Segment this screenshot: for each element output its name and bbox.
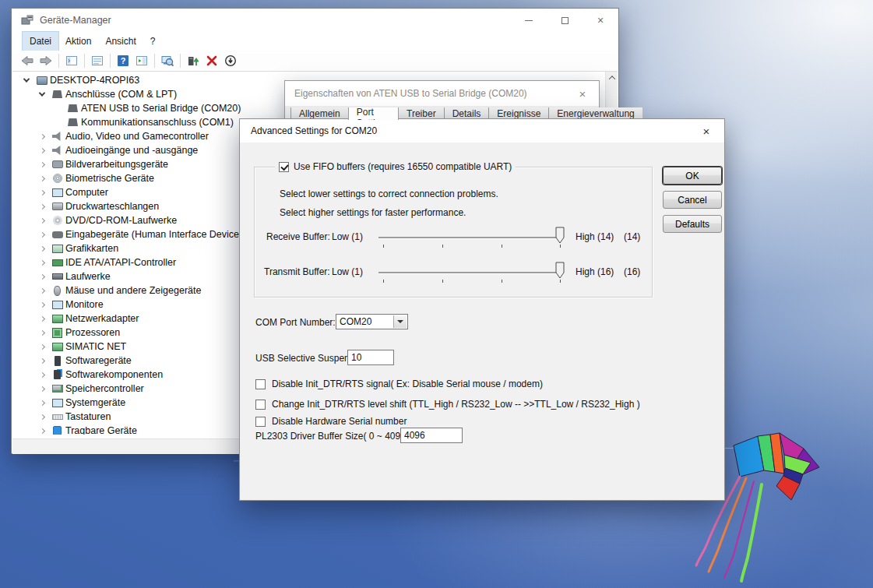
transmit-slider-thumb[interactable] — [555, 262, 565, 279]
properties-dialog-title: Eigenschaften von ATEN USB to Serial Bri… — [294, 88, 527, 99]
tab-port-settings[interactable]: Port Settings — [348, 107, 399, 120]
receive-buffer-slider[interactable] — [378, 237, 561, 238]
close-button[interactable]: × — [583, 9, 618, 32]
chevron-collapsed-icon[interactable] — [36, 340, 48, 353]
usb-suspend-input[interactable] — [347, 350, 394, 365]
receive-slider-thumb[interactable] — [555, 227, 565, 244]
port-device-icon — [67, 104, 79, 114]
buffer-size-input[interactable] — [400, 428, 463, 443]
fifo-hint-lower: Select lower settings to correct connect… — [280, 188, 498, 199]
disable-init-dtr-rts-checkbox[interactable] — [255, 379, 266, 389]
svg-text:?: ? — [121, 56, 126, 65]
chevron-glyph — [39, 428, 44, 433]
use-fifo-label: Use FIFO buffers (requires 16550 compati… — [294, 161, 512, 172]
fifo-groupbox: Use FIFO buffers (requires 16550 compati… — [254, 167, 653, 298]
use-fifo-checkbox[interactable] — [279, 162, 289, 172]
transmit-buffer-slider[interactable] — [378, 272, 561, 273]
tree-item-label: Tragbare Geräte — [65, 425, 137, 435]
chevron-collapsed-icon[interactable] — [36, 382, 48, 395]
tree-item-label: Softwaregeräte — [65, 355, 132, 366]
cpu-device-icon — [51, 328, 63, 338]
change-init-dtr-rts-level-checkbox-label: Change Init_DTR/RTS level shift (TTL_Hig… — [272, 399, 640, 410]
properties-close-button[interactable]: × — [571, 86, 594, 101]
chevron-collapsed-icon[interactable] — [36, 144, 48, 157]
mouse-device-icon — [51, 286, 63, 296]
tick — [442, 245, 443, 248]
toolbar-separator — [154, 54, 155, 68]
ok-button[interactable]: OK — [663, 167, 722, 185]
chevron-collapsed-icon[interactable] — [36, 396, 48, 409]
tree-item-label: Softwarekomponenten — [65, 369, 163, 380]
back-icon — [21, 55, 33, 67]
change-init-dtr-rts-level-checkbox[interactable] — [255, 400, 266, 410]
chevron-collapsed-icon[interactable] — [36, 158, 48, 171]
cancel-button[interactable]: Cancel — [663, 191, 722, 209]
monitor-device-icon — [51, 300, 63, 310]
minimize-button[interactable] — [511, 9, 547, 32]
uninstall-device-button[interactable] — [202, 52, 221, 69]
chevron-collapsed-icon[interactable] — [36, 228, 48, 241]
chevron-expanded-icon[interactable] — [20, 74, 33, 86]
show-console-tree-icon — [65, 55, 78, 67]
advanced-dialog-titlebar[interactable]: Advanced Settings for COM20 — [240, 119, 724, 143]
audio-device-icon — [51, 132, 63, 142]
scroll-up-button[interactable] — [606, 72, 618, 84]
action-pane-button[interactable] — [132, 52, 151, 69]
device-manager-app-icon — [21, 14, 33, 26]
chevron-collapsed-icon[interactable] — [36, 214, 48, 227]
com-port-dropdown[interactable]: COM20 — [336, 314, 408, 329]
properties-dialog-titlebar[interactable]: Eigenschaften von ATEN USB to Serial Bri… — [285, 81, 599, 106]
show-console-tree-button[interactable] — [62, 52, 81, 69]
scan-hardware-changes-button[interactable] — [158, 52, 177, 69]
chevron-collapsed-icon[interactable] — [36, 186, 48, 199]
chevron-collapsed-icon[interactable] — [36, 172, 48, 185]
menu-item-?[interactable]: ? — [143, 32, 163, 51]
chevron-collapsed-icon[interactable] — [36, 410, 48, 423]
menu-item-aktion[interactable]: Aktion — [58, 32, 98, 51]
chevron-collapsed-icon[interactable] — [36, 130, 48, 143]
help-button[interactable]: ? — [114, 52, 132, 69]
chevron-collapsed-icon[interactable] — [36, 242, 48, 255]
maximize-icon — [561, 17, 569, 24]
tree-item-label: DVD/CD-ROM-Laufwerke — [65, 215, 177, 226]
forward-button[interactable] — [37, 52, 55, 69]
chevron-collapsed-icon[interactable] — [36, 284, 48, 297]
audio-device-icon — [51, 146, 63, 156]
transmit-buffer-label: Transmit Buffer: — [264, 266, 330, 277]
advanced-close-button[interactable]: × — [695, 123, 718, 139]
chevron-collapsed-icon[interactable] — [36, 312, 48, 325]
chevron-collapsed-icon[interactable] — [36, 368, 48, 381]
menu-item-ansicht[interactable]: Ansicht — [98, 32, 143, 51]
chevron-collapsed-icon[interactable] — [36, 326, 48, 339]
defaults-button[interactable]: Defaults — [663, 215, 722, 233]
port-device-icon — [51, 90, 63, 100]
chevron-collapsed-icon[interactable] — [36, 354, 48, 367]
chevron-collapsed-icon[interactable] — [36, 298, 48, 311]
fifo-hint-higher: Select higher settings for faster perfor… — [280, 207, 466, 218]
chevron-collapsed-icon[interactable] — [36, 270, 48, 283]
chevron-collapsed-icon[interactable] — [36, 424, 48, 435]
maximize-button[interactable] — [547, 9, 583, 32]
toolbar-separator — [58, 54, 59, 68]
back-button[interactable] — [18, 52, 37, 69]
menubar: DateiAktionAnsicht? — [12, 32, 618, 51]
tree-item-label: Biometrische Geräte — [65, 173, 154, 184]
chevron-collapsed-icon[interactable] — [36, 200, 48, 213]
disable-hardware-serial-checkbox[interactable] — [255, 417, 266, 427]
device-manager-titlebar[interactable]: Geräte-Manager × — [12, 9, 618, 32]
disable-device-button[interactable] — [221, 52, 240, 69]
swcomp-device-icon — [51, 370, 63, 380]
update-driver-button[interactable] — [184, 52, 202, 69]
menu-item-datei[interactable]: Datei — [23, 32, 58, 51]
close-icon: × — [579, 87, 586, 100]
chevron-expanded-icon[interactable] — [36, 88, 48, 100]
chevron-glyph — [39, 133, 44, 139]
properties-button[interactable] — [88, 52, 107, 69]
advanced-settings-dialog: Advanced Settings for COM20 × Use FIFO b… — [239, 118, 725, 501]
transmit-value: (16) — [624, 266, 640, 277]
chevron-glyph — [39, 189, 44, 195]
disable-device-icon — [224, 55, 237, 67]
dropdown-arrow-icon[interactable] — [393, 315, 407, 328]
chevron-collapsed-icon[interactable] — [36, 256, 48, 269]
receive-low-label: Low (1) — [332, 231, 363, 242]
